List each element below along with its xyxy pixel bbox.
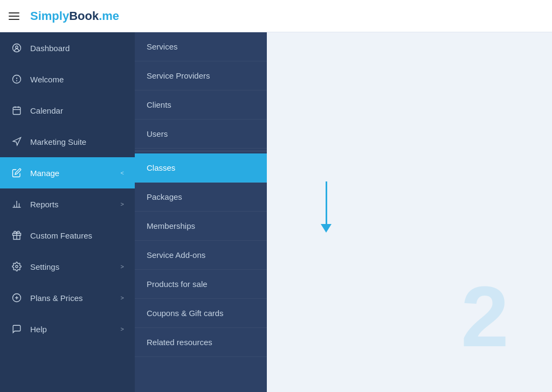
sidebar-item-reports[interactable]: Reports > <box>0 188 135 220</box>
submenu-label-users: Users <box>147 129 168 138</box>
sidebar-item-dashboard[interactable]: Dashboard <box>0 32 135 64</box>
plans-icon <box>11 292 23 304</box>
submenu-item-users[interactable]: Users <box>135 120 267 149</box>
dashboard-icon <box>11 42 23 54</box>
content-area: 2 <box>267 32 552 392</box>
big-number: 2 <box>461 274 509 360</box>
sidebar-label-calendar: Calendar <box>30 106 124 115</box>
submenu-panel: Services Service Providers Clients Users… <box>135 32 267 392</box>
sidebar-label-plans: Plans & Prices <box>30 293 113 303</box>
header: SimplyBook.me <box>0 0 552 32</box>
arrow-line <box>326 181 327 225</box>
submenu-label-services: Services <box>147 42 178 51</box>
custom-icon <box>11 229 23 241</box>
sidebar-item-manage[interactable]: Manage < <box>0 157 135 188</box>
down-arrow <box>321 181 332 233</box>
reports-chevron: > <box>121 201 124 207</box>
hamburger-line-1 <box>9 12 19 13</box>
svg-point-0 <box>13 44 21 52</box>
settings-chevron: > <box>121 263 124 270</box>
submenu-label-packages: Packages <box>147 192 182 201</box>
submenu-item-coupons[interactable]: Coupons & Gift cards <box>135 299 267 328</box>
hamburger-line-2 <box>9 16 19 17</box>
logo-container: SimplyBook.me <box>9 9 119 23</box>
settings-icon <box>11 261 23 272</box>
submenu-label-classes: Classes <box>147 163 175 172</box>
submenu-label-service-providers: Service Providers <box>147 71 210 80</box>
submenu-label-related: Related resources <box>147 338 212 347</box>
svg-point-1 <box>16 46 18 48</box>
sidebar: Dashboard Welcome <box>0 32 135 392</box>
hamburger-menu[interactable] <box>9 12 19 20</box>
help-icon <box>11 323 23 335</box>
submenu-item-classes[interactable]: Classes <box>135 153 267 183</box>
sidebar-label-welcome: Welcome <box>30 75 124 84</box>
submenu-item-memberships[interactable]: Memberships <box>135 212 267 241</box>
sidebar-label-custom: Custom Features <box>30 231 124 240</box>
help-chevron: > <box>121 326 124 332</box>
submenu-item-clients[interactable]: Clients <box>135 90 267 120</box>
svg-point-13 <box>16 265 18 268</box>
sidebar-label-dashboard: Dashboard <box>30 44 124 53</box>
submenu-item-related[interactable]: Related resources <box>135 328 267 357</box>
submenu-divider <box>135 151 267 151</box>
submenu-label-products: Products for sale <box>147 279 208 289</box>
submenu-item-services[interactable]: Services <box>135 32 267 61</box>
logo-me: .me <box>99 9 119 23</box>
brand-logo[interactable]: SimplyBook.me <box>30 9 119 23</box>
manage-icon <box>11 167 23 179</box>
marketing-icon <box>11 136 23 148</box>
hamburger-line-3 <box>9 19 19 20</box>
sidebar-item-calendar[interactable]: Calendar <box>0 95 135 126</box>
arrow-head <box>321 224 332 233</box>
submenu-item-packages[interactable]: Packages <box>135 183 267 212</box>
manage-chevron: < <box>121 170 124 176</box>
sidebar-item-settings[interactable]: Settings > <box>0 251 135 282</box>
sidebar-label-marketing: Marketing Suite <box>30 137 124 146</box>
svg-point-4 <box>17 81 17 81</box>
sidebar-item-help[interactable]: Help > <box>0 313 135 345</box>
sidebar-label-help: Help <box>30 325 113 334</box>
submenu-label-service-addons: Service Add-ons <box>147 250 205 260</box>
welcome-icon <box>11 73 23 85</box>
logo-simply: Simply <box>30 9 69 23</box>
sidebar-item-welcome[interactable]: Welcome <box>0 64 135 95</box>
reports-icon <box>11 198 23 210</box>
submenu-item-service-addons[interactable]: Service Add-ons <box>135 241 267 270</box>
calendar-icon <box>11 104 23 116</box>
sidebar-label-manage: Manage <box>30 169 113 178</box>
sidebar-label-reports: Reports <box>30 200 113 209</box>
plans-chevron: > <box>121 295 124 301</box>
submenu-item-products[interactable]: Products for sale <box>135 270 267 299</box>
main-layout: Dashboard Welcome <box>0 32 552 392</box>
submenu-item-service-providers[interactable]: Service Providers <box>135 61 267 90</box>
sidebar-label-settings: Settings <box>30 262 113 271</box>
sidebar-item-custom[interactable]: Custom Features <box>0 220 135 251</box>
arrow-container <box>321 181 332 233</box>
sidebar-item-plans[interactable]: Plans & Prices > <box>0 282 135 313</box>
submenu-label-memberships: Memberships <box>147 221 195 230</box>
sidebar-item-marketing[interactable]: Marketing Suite <box>0 126 135 157</box>
submenu-label-clients: Clients <box>147 100 171 109</box>
submenu-label-coupons: Coupons & Gift cards <box>147 309 224 318</box>
svg-rect-5 <box>13 107 20 115</box>
logo-book: Book <box>69 9 99 23</box>
